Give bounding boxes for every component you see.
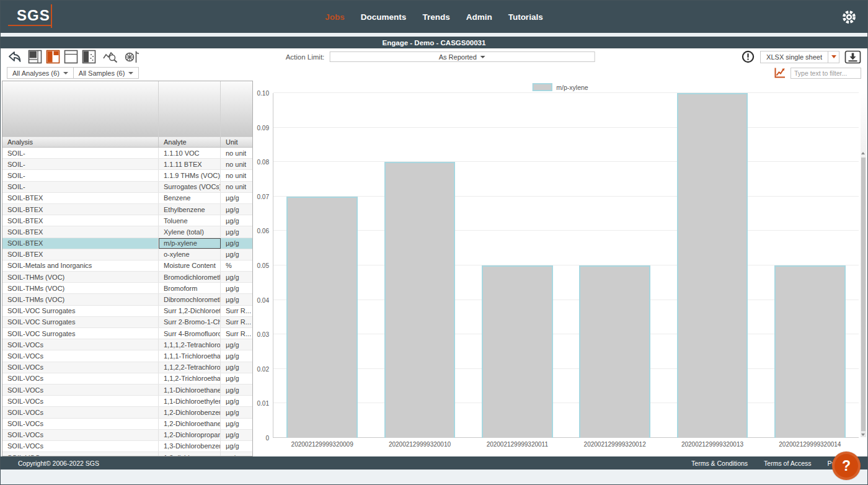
analysis-cell[interactable]: SOIL-BTEX: [2, 226, 159, 237]
table-row[interactable]: SOIL-VOC SurrogatesSurr 2-Bromo-1-Chlo..…: [2, 317, 252, 328]
table-row[interactable]: SOIL-VOCs1,1-Dichloroethaneµg/g: [2, 385, 252, 396]
bar[interactable]: [579, 265, 650, 438]
bar[interactable]: [286, 197, 358, 438]
analysis-cell[interactable]: SOIL-VOCs: [2, 430, 159, 440]
table-row[interactable]: SOIL-Surrogates (VOCs)no unit: [2, 182, 252, 193]
bar[interactable]: [384, 162, 456, 438]
analyte-cell[interactable]: 1,1,1,2-Tetrachloroet...: [159, 339, 221, 350]
analysis-cell[interactable]: SOIL-: [2, 170, 159, 180]
scroll-up-icon[interactable]: [861, 152, 865, 154]
unit-cell[interactable]: µg/g: [221, 431, 252, 438]
analysis-cell[interactable]: SOIL-VOCs: [2, 339, 159, 350]
unit-cell[interactable]: µg/g: [221, 217, 252, 225]
unit-cell[interactable]: µg/g: [221, 228, 252, 236]
layout-table-left-icon[interactable]: [46, 50, 60, 64]
analyte-cell[interactable]: 1,1,2-Trichloroethane: [159, 373, 221, 384]
analyte-cell[interactable]: 1,1-Dichloroethylene: [159, 396, 221, 406]
action-limit-select[interactable]: As Reported: [329, 51, 595, 62]
table-row[interactable]: SOIL-VOC SurrogatesSurr 1,2-Dichloroeth.…: [2, 306, 252, 317]
table-row[interactable]: SOIL-BTEXEthylbenzeneµg/g: [2, 204, 252, 215]
analyte-cell[interactable]: 1,1-Dichloroethane: [159, 385, 221, 395]
scrollbar-thumb[interactable]: [861, 158, 866, 431]
all-samples-dropdown[interactable]: All Samples (6): [73, 67, 140, 79]
unit-cell[interactable]: %: [221, 262, 252, 269]
analysis-cell[interactable]: SOIL-BTEX: [2, 215, 159, 226]
table-row[interactable]: SOIL-1.1.10 VOCno unit: [2, 148, 252, 159]
unit-cell[interactable]: µg/g: [221, 375, 252, 382]
analysis-cell[interactable]: SOIL-THMs (VOC): [2, 283, 159, 293]
exclamation-icon[interactable]: [741, 50, 755, 64]
table-row[interactable]: SOIL-BTEXXylene (total)µg/g: [2, 226, 252, 238]
analysis-cell[interactable]: SOIL-VOC Surrogates: [2, 328, 159, 339]
analyte-cell[interactable]: 1,3-dichloropropene ...: [159, 452, 221, 456]
analysis-cell[interactable]: SOIL-: [2, 148, 159, 158]
layout-data-left-icon[interactable]: [82, 50, 96, 64]
analyte-cell[interactable]: Surr 1,2-Dichloroeth...: [159, 306, 221, 316]
analysis-cell[interactable]: SOIL-VOCs: [2, 362, 159, 373]
unit-cell[interactable]: µg/g: [221, 239, 252, 247]
analyte-cell[interactable]: Ethylbenzene: [159, 204, 221, 215]
filter-text-input[interactable]: [790, 68, 861, 79]
table-row[interactable]: SOIL-1.1.9 THMs (VOC)no unit: [2, 170, 252, 181]
unit-cell[interactable]: µg/g: [221, 420, 252, 427]
nav-item-tutorials[interactable]: Tutorials: [508, 12, 543, 22]
unit-cell[interactable]: no unit: [221, 161, 252, 168]
table-row[interactable]: SOIL-VOCs1,3-dichloropropene ...µg/g: [2, 452, 252, 456]
analyte-cell[interactable]: Bromodichloromethane: [159, 272, 221, 282]
analysis-cell[interactable]: SOIL-: [2, 159, 159, 169]
unit-cell[interactable]: no unit: [221, 183, 252, 190]
unit-cell[interactable]: µg/g: [221, 251, 252, 258]
unit-cell[interactable]: µg/g: [221, 285, 252, 292]
table-row[interactable]: SOIL-VOCs1,1,2,2-Tetrachloroet...µg/g: [2, 362, 252, 373]
chart-scrollbar[interactable]: [861, 93, 866, 437]
table-row[interactable]: SOIL-VOCs1,2-Dichloroethaneµg/g: [2, 419, 252, 430]
table-row[interactable]: SOIL-VOCs1,2-Dichloropropaneµg/g: [2, 430, 252, 441]
unit-cell[interactable]: µg/g: [221, 352, 252, 360]
chart-inspect-icon[interactable]: [102, 50, 118, 64]
unit-cell[interactable]: µg/g: [221, 363, 252, 371]
download-icon[interactable]: [844, 50, 861, 64]
unit-cell[interactable]: µg/g: [221, 206, 252, 213]
analysis-cell[interactable]: SOIL-VOCs: [2, 396, 159, 406]
table-row[interactable]: SOIL-BTEXm/p-xyleneµg/g: [2, 238, 252, 249]
table-row[interactable]: SOIL-BTEXTolueneµg/g: [2, 215, 252, 226]
bar[interactable]: [774, 265, 846, 438]
analyte-cell[interactable]: Toluene: [159, 215, 221, 226]
analyte-cell[interactable]: Benzene: [159, 193, 221, 203]
sample-profile-icon[interactable]: [123, 50, 140, 64]
analysis-cell[interactable]: SOIL-VOCs: [2, 419, 159, 429]
analysis-cell[interactable]: SOIL-VOCs: [2, 373, 159, 384]
table-row[interactable]: SOIL-VOCs1,1,2-Trichloroethaneµg/g: [2, 373, 252, 385]
analyte-cell[interactable]: m/p-xylene: [159, 238, 221, 249]
unit-cell[interactable]: µg/g: [221, 296, 252, 303]
table-row[interactable]: SOIL-BTEXBenzeneµg/g: [2, 193, 252, 204]
unit-cell[interactable]: no unit: [221, 172, 252, 179]
analysis-cell[interactable]: SOIL-VOC Surrogates: [2, 317, 159, 327]
analyte-cell[interactable]: 1,1,1-Trichloroethane: [159, 350, 221, 361]
bar[interactable]: [677, 93, 748, 438]
export-format-select[interactable]: XLSX single sheet: [760, 51, 839, 63]
unit-cell[interactable]: µg/g: [221, 386, 252, 394]
analyte-cell[interactable]: 1.1.9 THMs (VOC): [159, 170, 221, 180]
trend-chart-icon[interactable]: [773, 66, 786, 79]
help-button[interactable]: ?: [832, 452, 861, 480]
analyte-cell[interactable]: 1,2-Dichloroethane: [159, 419, 221, 429]
analyte-cell[interactable]: o-xylene: [159, 249, 221, 260]
all-analyses-dropdown[interactable]: All Analyses (6): [7, 67, 74, 79]
unit-cell[interactable]: µg/g: [221, 442, 252, 450]
unit-cell[interactable]: µg/g: [221, 274, 252, 281]
unit-cell[interactable]: Surr R...: [221, 318, 252, 326]
analysis-cell[interactable]: SOIL-VOCs: [2, 441, 159, 452]
unit-cell[interactable]: µg/g: [221, 341, 252, 349]
table-row[interactable]: SOIL-VOCs1,1,1-Trichloroethaneµg/g: [2, 350, 252, 362]
analyte-cell[interactable]: 1,1,2,2-Tetrachloroet...: [159, 362, 221, 373]
unit-cell[interactable]: µg/g: [221, 454, 252, 456]
footer-link-terms-of-access[interactable]: Terms of Access: [764, 460, 811, 467]
unit-cell[interactable]: µg/g: [221, 398, 252, 405]
analysis-cell[interactable]: SOIL-VOCs: [2, 452, 159, 456]
export-format-arrow[interactable]: [828, 51, 839, 63]
unit-cell[interactable]: Surr R...: [221, 307, 252, 314]
analyte-cell[interactable]: 1,2-Dichlorobenzene: [159, 407, 221, 417]
layout-chart-top-icon[interactable]: [28, 50, 42, 64]
analyte-cell[interactable]: 1,3-Dichlorobenzene: [159, 441, 221, 452]
